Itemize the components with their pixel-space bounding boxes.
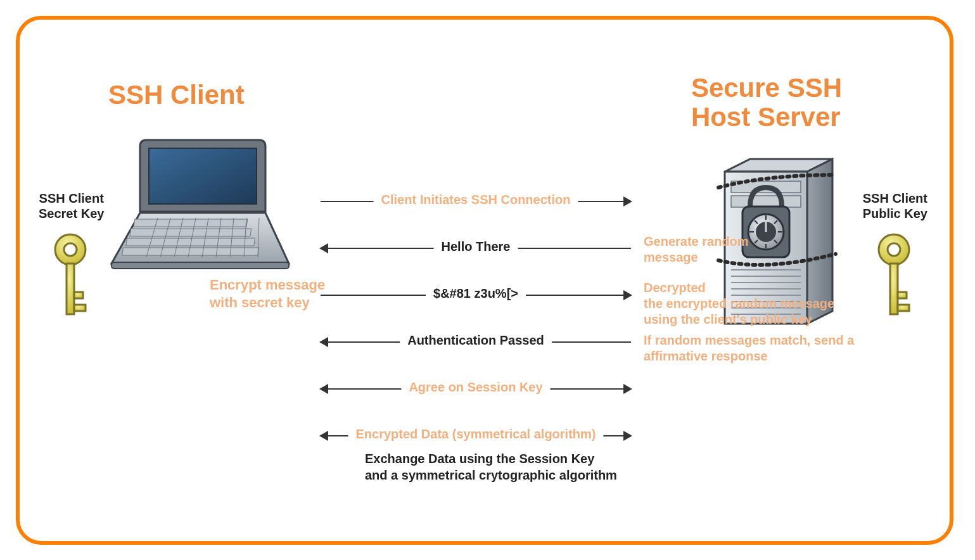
server-note-decrypt: Decrypted the encrypted random message u… [644, 280, 872, 328]
server-note-1-l1: Generate random [644, 234, 749, 248]
footer-l2: and a symmetrical crytographic algorithm [365, 468, 617, 482]
svg-rect-15 [122, 248, 259, 255]
arrowhead-right-icon [623, 290, 632, 300]
server-note-3-l1: If random messages match, send a [644, 333, 854, 347]
client-encrypt-note: Encrypt message with secret key [210, 276, 325, 311]
server-title: Secure SSH Host Server [691, 73, 842, 132]
secret-key-label: SSH Client Secret Key [39, 191, 104, 221]
secret-key-label-l2: Secret Key [39, 207, 104, 220]
arrow-encrypted-msg: $&#81 z3u%[> [321, 288, 631, 303]
svg-rect-11 [112, 262, 289, 269]
server-note-generate: Generate random message [644, 234, 872, 265]
arrowhead-right-icon [623, 431, 632, 441]
arrow-label: $&#81 z3u%[> [426, 286, 526, 301]
arrowhead-left-icon [319, 431, 328, 441]
secret-key-label-l1: SSH Client [39, 191, 104, 205]
arrow-initiate: Client Initiates SSH Connection [321, 194, 631, 209]
server-note-2-l2: the encrypted random message [644, 296, 834, 310]
svg-rect-3 [74, 292, 83, 298]
svg-rect-9 [898, 305, 909, 311]
footer-l1: Exchange Data using the Session Key [365, 452, 594, 466]
client-title: SSH Client [108, 80, 245, 110]
server-note-match: If random messages match, send a affirma… [644, 333, 872, 364]
svg-rect-29 [731, 196, 801, 207]
public-key-label: SSH Client Public Key [863, 191, 927, 221]
public-key-label-l2: Public Key [863, 207, 927, 220]
arrowhead-right-icon [623, 384, 632, 394]
arrowhead-left-icon [319, 243, 328, 253]
svg-rect-10 [149, 148, 257, 204]
arrow-auth-passed: Authentication Passed [321, 334, 631, 350]
server-title-line2: Host Server [691, 102, 841, 132]
server-note-3-l2: affirmative response [644, 349, 768, 363]
svg-point-6 [888, 243, 900, 256]
key-icon [51, 232, 89, 327]
server-note-2-l3: using the client's public key [644, 312, 812, 326]
laptop-icon [108, 137, 292, 270]
public-key-label-l1: SSH Client [863, 191, 927, 205]
arrow-label: Authentication Passed [400, 333, 552, 348]
server-note-2-l1: Decrypted [644, 281, 706, 295]
svg-rect-2 [67, 264, 74, 314]
arrow-label: Client Initiates SSH Connection [374, 193, 578, 207]
svg-rect-4 [74, 305, 86, 311]
arrow-label: Hello There [434, 239, 518, 254]
arrow-label: Encrypted Data (symmetrical algorithm) [348, 427, 604, 442]
client-note-l2: with secret key [210, 295, 310, 310]
arrow-encrypted-data: Encrypted Data (symmetrical algorithm) [321, 428, 631, 443]
diagram-frame: SSH Client Secure SSH Host Server SSH Cl… [16, 16, 953, 545]
arrow-label: Agree on Session Key [401, 380, 550, 395]
svg-rect-13 [130, 229, 252, 236]
arrowhead-right-icon [623, 196, 632, 207]
svg-rect-12 [134, 219, 248, 227]
server-title-line1: Secure SSH [691, 73, 842, 103]
arrow-hello: Hello There [321, 241, 631, 256]
server-note-1-l2: message [644, 250, 698, 264]
svg-point-1 [64, 243, 77, 256]
client-note-l1: Encrypt message [210, 277, 325, 293]
arrow-session-key: Agree on Session Key [321, 381, 631, 397]
message-flow: Client Initiates SSH Connection Hello Th… [321, 194, 631, 443]
svg-rect-8 [898, 292, 907, 298]
svg-rect-7 [890, 264, 898, 314]
key-icon [875, 232, 913, 327]
arrowhead-left-icon [319, 384, 328, 394]
exchange-footer: Exchange Data using the Session Key and … [365, 450, 617, 483]
arrowhead-left-icon [319, 337, 328, 347]
